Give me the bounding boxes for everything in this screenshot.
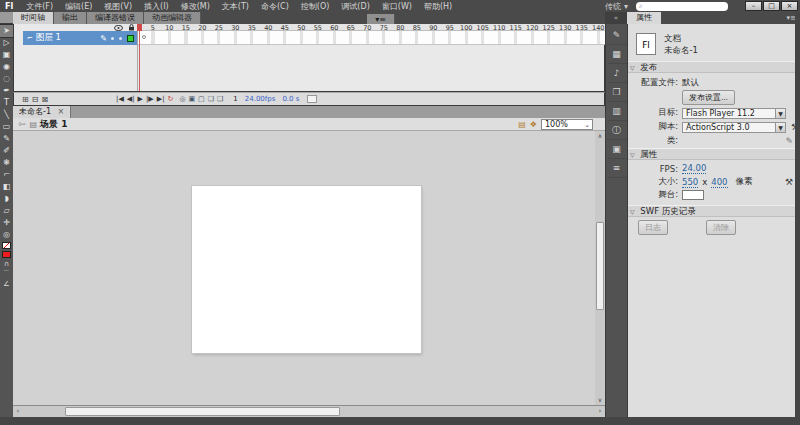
- back-arrow-icon[interactable]: ⇦: [18, 119, 26, 129]
- eyedropper-tool[interactable]: ◗: [0, 193, 13, 205]
- timeline-ruler[interactable]: 1510152025303540455055606570758085909510…: [138, 24, 605, 31]
- loop-playback-button[interactable]: ↻: [168, 95, 174, 103]
- menu-edit[interactable]: 编辑(E): [60, 1, 97, 12]
- clear-button[interactable]: 清除: [706, 220, 736, 235]
- scroll-down-icon[interactable]: ∨: [595, 395, 605, 405]
- menu-commands[interactable]: 命令(C): [256, 1, 294, 12]
- stage-width-value[interactable]: 550: [682, 177, 698, 188]
- eye-icon[interactable]: [114, 25, 123, 31]
- menu-control[interactable]: 控制(O): [296, 1, 335, 12]
- menu-help[interactable]: 帮助(H): [419, 1, 457, 12]
- dock-collapse-button[interactable]: «: [605, 12, 627, 24]
- menu-file[interactable]: 文件(F): [21, 1, 58, 12]
- tab-compiler-errors[interactable]: 编译器错误: [87, 12, 144, 24]
- new-layer-button[interactable]: ⊞: [22, 95, 29, 104]
- frame-rate[interactable]: 24.00fps: [245, 95, 276, 103]
- menu-view[interactable]: 视图(V): [99, 1, 137, 12]
- edit-scene-icon[interactable]: ▤: [518, 120, 526, 129]
- edit-multiple-frames-button[interactable]: ❏: [208, 95, 214, 103]
- scroll-up-icon[interactable]: ∧: [595, 131, 605, 141]
- goto-first-frame-button[interactable]: |◀: [116, 95, 124, 103]
- snap-to-objects-icon[interactable]: ∩: [0, 259, 13, 269]
- deco-tool[interactable]: ❋: [0, 157, 13, 169]
- smooth-icon[interactable]: ⌒: [0, 269, 13, 279]
- pencil-tool[interactable]: ✎: [0, 133, 13, 145]
- stroke-color-swatch[interactable]: [2, 242, 11, 249]
- menu-window[interactable]: 窗口(W): [377, 1, 417, 12]
- menu-debug[interactable]: 调试(D): [336, 1, 374, 12]
- rotation-3d-tool[interactable]: ◉: [0, 61, 13, 73]
- layer-name[interactable]: 图层 1: [36, 32, 100, 44]
- line-tool[interactable]: ╲: [0, 109, 13, 121]
- horizontal-scrollbar[interactable]: ‹ ›: [13, 405, 605, 417]
- layer-lock-dot[interactable]: [119, 37, 122, 40]
- close-icon[interactable]: ×: [58, 107, 65, 116]
- lock-icon[interactable]: [128, 24, 135, 31]
- tab-output[interactable]: 输出: [54, 12, 87, 24]
- publish-settings-button[interactable]: 发布设置...: [682, 90, 735, 105]
- close-button[interactable]: ×: [781, 1, 798, 11]
- hand-tool[interactable]: ✛: [0, 217, 13, 229]
- rectangle-tool[interactable]: ▭: [0, 121, 13, 133]
- section-properties[interactable]: ▽ 属性: [628, 148, 800, 160]
- scene-name[interactable]: 场景 1: [40, 118, 67, 131]
- motion-presets-panel-icon[interactable]: ♪: [607, 64, 627, 83]
- stage-color-swatch[interactable]: [682, 190, 704, 200]
- minimize-button[interactable]: –: [745, 1, 762, 11]
- horizontal-scrollbar-thumb[interactable]: [65, 407, 340, 416]
- menu-modify[interactable]: 修改(M): [176, 1, 215, 12]
- info-panel-icon[interactable]: ⓘ: [607, 121, 627, 140]
- text-tool[interactable]: T: [0, 97, 13, 109]
- fill-color-swatch[interactable]: [2, 251, 11, 258]
- stage-height-value[interactable]: 400: [711, 177, 727, 188]
- onion-skin-outlines-button[interactable]: ▢: [198, 95, 205, 103]
- log-button[interactable]: 日志: [638, 220, 668, 235]
- tab-timeline[interactable]: 时间轴: [13, 12, 54, 24]
- tab-properties[interactable]: 属性: [627, 12, 661, 24]
- edit-class-pencil-icon[interactable]: ✎: [785, 136, 793, 146]
- document-name[interactable]: 未命名-1: [664, 45, 698, 57]
- wrench-icon[interactable]: ⚒: [785, 177, 793, 187]
- modify-markers-button[interactable]: ❑: [217, 95, 223, 103]
- bone-tool[interactable]: ⌐: [0, 169, 13, 181]
- new-folder-button[interactable]: ⊟: [32, 95, 39, 104]
- play-button[interactable]: ▶: [138, 95, 143, 103]
- onion-skin-button[interactable]: ▣: [188, 95, 195, 103]
- section-swf-history[interactable]: ▽ SWF 历史记录: [628, 205, 800, 217]
- color-panel-icon[interactable]: ✎: [607, 26, 627, 45]
- script-select[interactable]: ActionScript 3.0 ▼: [682, 122, 786, 133]
- align-panel-icon[interactable]: ▥: [607, 102, 627, 121]
- menu-text[interactable]: 文本(T): [217, 1, 254, 12]
- layer-outline-color[interactable]: [127, 35, 134, 42]
- vertical-scrollbar-thumb[interactable]: [596, 222, 604, 310]
- layer-visibility-dot[interactable]: [111, 37, 114, 40]
- free-transform-tool[interactable]: ▣: [0, 49, 13, 61]
- straighten-icon[interactable]: ∠: [0, 279, 13, 289]
- lasso-tool[interactable]: ◌: [0, 73, 13, 85]
- timeline-scrollbar-thumb[interactable]: [307, 95, 317, 103]
- swatches-panel-icon[interactable]: ▦: [607, 45, 627, 64]
- zoom-level-select[interactable]: 100% ⌄: [541, 119, 593, 130]
- transform-panel-icon[interactable]: ▣: [607, 140, 627, 159]
- history-panel-icon[interactable]: ≡: [607, 159, 627, 178]
- selection-tool[interactable]: ➤: [0, 25, 13, 37]
- step-back-button[interactable]: ◀|: [127, 95, 135, 103]
- target-select[interactable]: Flash Player 11.2 ▼: [682, 108, 786, 119]
- menu-insert[interactable]: 插入(I): [139, 1, 174, 12]
- workspace-switcher[interactable]: 传统 ▾: [605, 0, 628, 12]
- center-frame-button[interactable]: ◎: [179, 95, 185, 103]
- delete-layer-button[interactable]: ⊠: [41, 95, 48, 104]
- section-publish[interactable]: ▽ 发布: [628, 61, 800, 73]
- timeline-frames[interactable]: 1510152025303540455055606570758085909510…: [137, 24, 605, 91]
- fps-value[interactable]: 24.00: [682, 163, 706, 174]
- brush-tool[interactable]: ✐: [0, 145, 13, 157]
- search-input[interactable]: ⌕: [636, 2, 728, 11]
- vertical-scrollbar[interactable]: ∧ ∨: [595, 131, 605, 405]
- tab-motion-editor[interactable]: 动画编辑器: [144, 12, 201, 24]
- goto-last-frame-button[interactable]: ▶|: [157, 95, 165, 103]
- step-forward-button[interactable]: |▶: [146, 95, 154, 103]
- edit-symbols-icon[interactable]: ❖: [530, 120, 537, 129]
- layer-row[interactable]: ⌐ 图层 1 ✎: [23, 31, 137, 45]
- stage-canvas[interactable]: [192, 186, 421, 353]
- document-tab[interactable]: 未命名-1 ×: [13, 106, 71, 118]
